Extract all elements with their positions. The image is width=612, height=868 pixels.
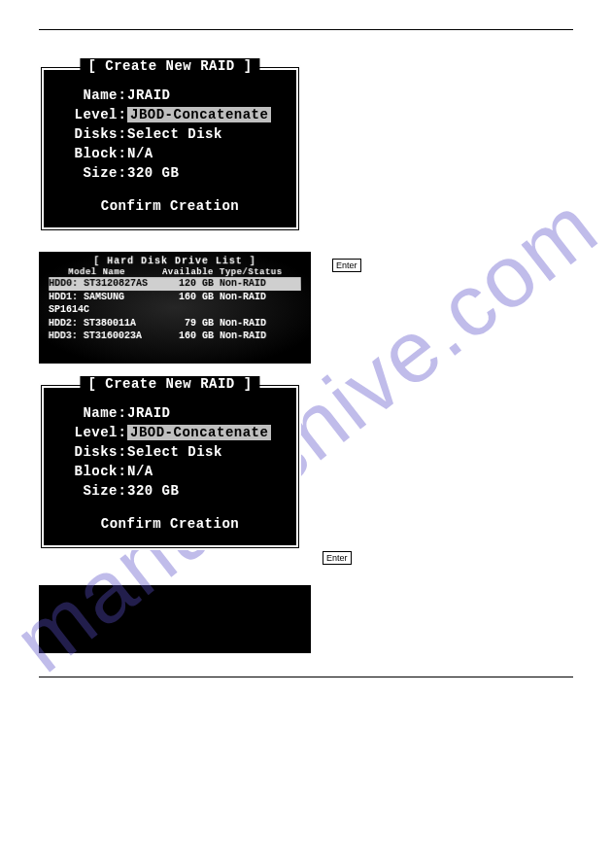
row-panel2: [ Create New RAID ] Name:JRAID Level:JBO… (39, 383, 573, 566)
p1-size-v: 320 GB (127, 165, 285, 181)
p2-disks-k: Disks (55, 444, 118, 460)
hdl-cell: 160 GB (163, 330, 214, 343)
p1-size-k: Size (55, 165, 118, 181)
p2-size-k: Size (55, 483, 118, 499)
hdl-cell: HDD1: SAMSUNG SP1614C (49, 291, 163, 317)
p2-disks-v[interactable]: Select Disk (127, 444, 285, 460)
hdl-row[interactable]: HDD2: ST380011A 79 GB Non-RAID (49, 316, 301, 330)
p2-size-v: 320 GB (127, 483, 285, 499)
p1-block-v: N/A (127, 146, 285, 161)
p1-confirm[interactable]: Confirm Creation (55, 198, 285, 214)
row-panel1: [ Create New RAID ] Name:JRAID Level:JBO… (39, 65, 573, 232)
p1-disks-v[interactable]: Select Disk (127, 126, 285, 142)
hdl-cell: 120 GB (163, 277, 214, 290)
caption-hdl: Enter (332, 252, 573, 273)
hdl-cell: Non-RAID (214, 330, 301, 343)
p2-confirm[interactable]: Confirm Creation (55, 516, 285, 532)
p2-block-k: Block (55, 464, 118, 479)
hdl-cell: HDD3: ST3160023A (49, 330, 163, 343)
p1-name-v: JRAID (127, 87, 285, 103)
p2-name-k: Name (55, 405, 118, 421)
row-blackbar (39, 585, 573, 653)
hdl-cell: 160 GB (163, 291, 214, 317)
p2-level-k: Level (55, 425, 118, 440)
hdl-cell: Non-RAID (214, 316, 301, 330)
hdl-row[interactable]: HDD0: ST3120827AS 120 GB Non-RAID (49, 277, 301, 290)
p2-name-v: JRAID (127, 405, 285, 421)
panel2-title: [ Create New RAID ] (80, 376, 259, 392)
rule-top (39, 29, 573, 30)
hdl-title: [ Hard Disk Drive List ] (49, 256, 300, 266)
enter-key-icon: Enter (323, 551, 352, 565)
hdl-cell: Non-RAID (214, 291, 301, 317)
caption-panel1 (323, 65, 573, 71)
hdl-row[interactable]: HDD1: SAMSUNG SP1614C 160 GB Non-RAID (49, 291, 301, 317)
p2-block-v: N/A (127, 464, 285, 479)
hdl-head-avail: Available (157, 267, 214, 277)
p1-block-k: Block (55, 146, 118, 161)
row-hdl: [ Hard Disk Drive List ] Model Name Avai… (39, 252, 573, 364)
rule-bottom (39, 677, 573, 677)
caption-blackbar (332, 585, 573, 591)
black-strip (39, 585, 311, 653)
hdl-head-type: Type/Status (214, 267, 301, 277)
p1-level-k: Level (55, 107, 118, 122)
page: manualshive.com [ Create New RAID ] Name… (0, 0, 612, 868)
hdl-cell: 79 GB (163, 316, 214, 330)
bios-panel-2: [ Create New RAID ] Name:JRAID Level:JBO… (39, 383, 301, 550)
hdl-head-model: Model Name (49, 267, 157, 277)
hdl-cell: HDD0: ST3120827AS (49, 277, 163, 290)
caption-panel2: Enter (323, 383, 573, 566)
p1-disks-k: Disks (55, 126, 118, 142)
p2-level-v[interactable]: JBOD-Concatenate (127, 425, 271, 440)
p1-name-k: Name (55, 87, 118, 103)
hdl-row[interactable]: HDD3: ST3160023A 160 GB Non-RAID (49, 330, 302, 343)
panel1-title: [ Create New RAID ] (80, 58, 259, 74)
hdl-cell: HDD2: ST380011A (49, 316, 163, 330)
hdl-cell: Non-RAID (214, 277, 301, 290)
bios-panel-1: [ Create New RAID ] Name:JRAID Level:JBO… (39, 65, 301, 232)
enter-key-icon: Enter (332, 259, 361, 272)
hdl-panel: [ Hard Disk Drive List ] Model Name Avai… (39, 252, 311, 364)
p1-level-v[interactable]: JBOD-Concatenate (127, 107, 271, 122)
